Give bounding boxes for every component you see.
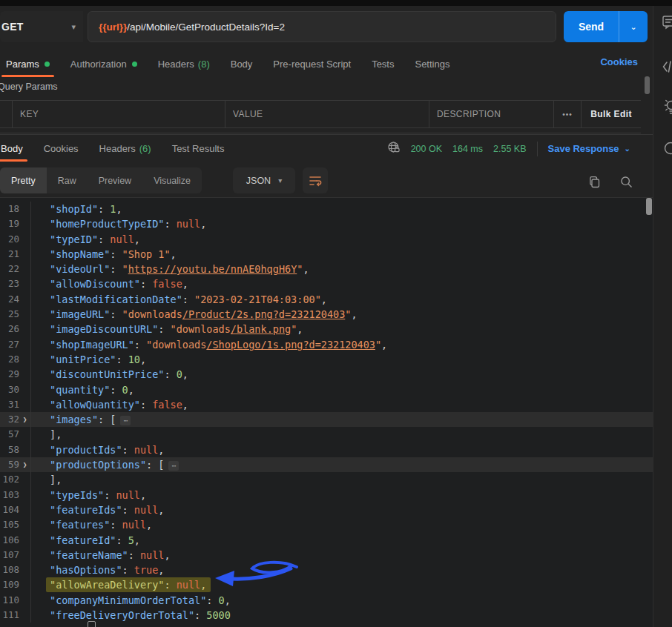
column-description[interactable]: DESCRIPTION <box>429 101 553 127</box>
token: : <box>194 609 206 621</box>
token: null <box>177 218 201 230</box>
code-line-19: 19"homeProductTypeID": null, <box>0 216 653 231</box>
column-value[interactable]: VALUE <box>225 101 429 127</box>
search-button[interactable] <box>618 173 634 190</box>
token: "unitPrice" <box>50 354 116 365</box>
token: 0 <box>177 368 182 380</box>
token: "features" <box>50 519 110 531</box>
tab-label: Authorization <box>70 59 127 70</box>
bulk-edit-button[interactable]: Bulk Edit <box>581 101 641 127</box>
tab-label: Body <box>231 59 253 70</box>
token: , <box>171 248 177 260</box>
send-button[interactable]: Send ⌄ <box>564 11 648 42</box>
tab-params[interactable]: Params <box>0 50 60 78</box>
line-number: 58 <box>0 442 19 457</box>
comments-icon[interactable] <box>662 15 672 33</box>
cookies-link[interactable]: Cookies <box>600 56 638 67</box>
response-body-viewer[interactable]: 18"shopId": 1,19"homeProductTypeID": nul… <box>0 197 653 627</box>
response-time[interactable]: 164 ms <box>452 144 483 154</box>
format-select[interactable]: JSON ▾ <box>233 167 295 193</box>
line-content: "allowQuantity": false, <box>31 397 188 412</box>
tab-label: Headers <box>99 143 136 154</box>
token: "allowDiscount" <box>50 278 140 290</box>
link-text[interactable]: /blank.png <box>231 323 291 335</box>
token: , <box>225 594 231 606</box>
token: "videoUrl" <box>50 263 110 275</box>
status-badge[interactable]: 200 OK <box>411 144 442 154</box>
tab-body[interactable]: Body <box>0 135 33 162</box>
more-actions-icon[interactable]: ••• <box>553 101 581 127</box>
token: , <box>158 504 164 516</box>
tab-pre-request-script[interactable]: Pre-request Script <box>263 50 361 78</box>
save-response-button[interactable]: Save Response ⌄ <box>548 143 631 154</box>
line-content: "hasOptions": true, <box>31 563 164 577</box>
help-circle-icon[interactable] <box>662 141 672 159</box>
fold-chevron-icon[interactable]: ❯ <box>19 412 30 427</box>
line-content: "productOptions": [⋯ <box>31 457 179 472</box>
line-number: 31 <box>0 397 19 412</box>
code-scrollbar-thumb[interactable] <box>646 198 652 215</box>
code-line-25: 25"imageURL": "downloads/Product/2s.png?… <box>0 307 653 322</box>
mode-raw[interactable]: Raw <box>47 167 88 193</box>
token: "shopId" <box>50 203 98 215</box>
column-key[interactable]: KEY <box>12 101 225 127</box>
select-all-cell[interactable] <box>0 101 12 127</box>
code-line-57: 57], <box>0 427 653 442</box>
line-content: "lastModificationDate": "2023-02-21T04:0… <box>31 292 327 307</box>
tab-tests[interactable]: Tests <box>361 50 404 78</box>
mode-visualize[interactable]: Visualize <box>142 167 202 193</box>
code-snippet-icon[interactable] <box>662 59 672 77</box>
link-text[interactable]: https://youtu.be/nnAE0hqgH6Y <box>128 263 297 275</box>
tab-test-results[interactable]: Test Results <box>162 135 235 162</box>
line-content: "unitPrice": 10, <box>31 352 146 367</box>
fold-chevron-icon[interactable]: ❯ <box>19 457 30 472</box>
line-content: ], <box>31 427 62 442</box>
method-label: GET <box>1 21 24 33</box>
network-globe-icon[interactable] <box>387 141 401 157</box>
token: , <box>182 278 188 290</box>
token: null <box>177 579 201 591</box>
tab-body[interactable]: Body <box>220 50 263 78</box>
mode-preview[interactable]: Preview <box>88 167 142 193</box>
link-text[interactable]: /ShopLogo/1s.png?d=232120403 <box>206 339 375 351</box>
tab-authorization[interactable]: Authorization <box>60 50 148 78</box>
token: , <box>158 444 164 456</box>
token[interactable]: ⋯ <box>120 416 131 425</box>
line-gutter: 29 <box>0 367 31 382</box>
format-label: JSON <box>246 176 271 186</box>
token: : <box>140 399 152 411</box>
method-select[interactable]: GET ▾ <box>0 11 83 42</box>
line-gutter: 111 <box>0 608 31 623</box>
token: : <box>110 384 122 396</box>
copy-button[interactable] <box>586 173 602 190</box>
token: "typeIds" <box>50 489 104 501</box>
token: "2023-02-21T04:03:00" <box>194 293 321 305</box>
scrollbar-thumb[interactable] <box>645 76 650 94</box>
response-size[interactable]: 2.55 KB <box>493 144 526 154</box>
token[interactable]: ⋯ <box>168 461 179 471</box>
mode-pretty[interactable]: Pretty <box>0 167 47 193</box>
link-text[interactable]: /Product/2s.png?d=232120403 <box>182 308 345 320</box>
send-options-caret-icon[interactable]: ⌄ <box>619 11 648 42</box>
url-input[interactable]: {{url}}/api/Mobile/GetProductDetails?Id=… <box>88 11 556 42</box>
tab-headers[interactable]: Headers(6) <box>89 135 162 162</box>
line-number: 103 <box>0 488 19 502</box>
request-tabs: ParamsAuthorizationHeaders(8)BodyPre-req… <box>0 50 653 78</box>
lightbulb-icon[interactable] <box>662 96 672 119</box>
tab-label: Params <box>6 59 39 70</box>
tab-label: Cookies <box>44 143 79 154</box>
tab-cookies[interactable]: Cookies <box>33 135 89 162</box>
tab-settings[interactable]: Settings <box>404 50 460 78</box>
token: , <box>200 579 206 591</box>
tab-headers[interactable]: Headers(8) <box>148 50 220 78</box>
token: : <box>158 323 170 335</box>
line-gutter: 30 <box>0 382 31 397</box>
line-content: "typeID": null, <box>31 232 140 247</box>
send-label[interactable]: Send <box>564 11 619 42</box>
code-line-24: 24"lastModificationDate": "2023-02-21T04… <box>0 292 653 307</box>
wrap-text-button[interactable] <box>303 167 328 193</box>
code-line-27: 27"shopImageURL": "downloads/ShopLogo/1s… <box>0 337 653 352</box>
divider <box>537 142 538 156</box>
url-path: /api/Mobile/GetProductDetails?Id=2 <box>127 21 285 33</box>
line-gutter: 24 <box>0 292 31 307</box>
